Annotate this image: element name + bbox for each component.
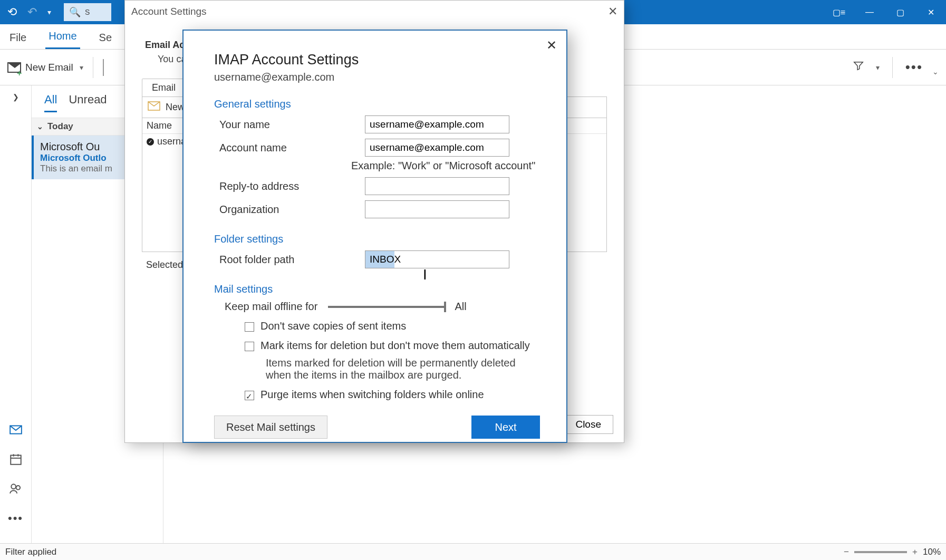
slider-thumb[interactable] (444, 302, 446, 312)
mail-glyph-icon (148, 101, 160, 113)
root-folder-label: Root folder path (214, 254, 365, 266)
calendar-icon[interactable] (9, 452, 23, 469)
reply-to-input[interactable] (365, 177, 509, 195)
tab-file[interactable]: File (6, 26, 30, 49)
filter-all[interactable]: All (44, 93, 57, 112)
reset-mail-button[interactable]: Reset Mail settings (214, 416, 327, 439)
zoom-out-icon[interactable]: − (844, 547, 849, 557)
account-name-input[interactable] (365, 139, 509, 157)
search-box[interactable]: 🔍 S (64, 3, 111, 21)
close-icon[interactable]: ✕ (546, 38, 557, 53)
search-cut-text: S (85, 8, 90, 16)
zoom-in-icon[interactable]: + (912, 547, 918, 557)
offline-slider-value: All (455, 301, 466, 313)
organization-input[interactable] (365, 200, 509, 218)
section-general: General settings (214, 98, 540, 110)
tab-send-receive-cut[interactable]: Se (96, 26, 115, 49)
your-name-input[interactable] (365, 115, 509, 133)
envelope-icon: + (7, 62, 21, 73)
filter-unread[interactable]: Unread (69, 93, 107, 112)
mark-deletion-note: Items marked for deletion will be perman… (260, 357, 540, 381)
tab-email[interactable]: Email (142, 79, 186, 96)
undo-icon: ↶ (24, 2, 40, 22)
new-email-label: New Email (25, 62, 73, 73)
root-folder-input[interactable] (365, 250, 509, 268)
plus-icon: + (17, 69, 23, 75)
window-maximize-icon[interactable]: ▢ (885, 0, 915, 24)
more-apps-icon[interactable]: ••• (8, 511, 23, 525)
ribbon-cut-stub (103, 59, 110, 76)
new-email-button[interactable]: + New Email ▾ (7, 62, 83, 73)
ribbon-display-icon[interactable]: ▢≡ (824, 0, 854, 24)
chevron-down-icon: ⌄ (37, 122, 43, 131)
imap-settings-dialog: ✕ IMAP Account Settings username@example… (182, 30, 567, 443)
svg-rect-1 (11, 455, 21, 464)
checkbox-dont-save-label: Don't save copies of sent items (260, 320, 406, 332)
checkbox-mark-deletion[interactable] (245, 342, 254, 351)
account-name-label: Account name (214, 142, 365, 154)
account-name-hint: Example: "Work" or "Microsoft account" (351, 160, 540, 172)
default-check-icon: ✓ (147, 138, 154, 146)
collapse-ribbon-icon[interactable]: ⌄ (932, 67, 939, 76)
status-bar: Filter applied − + 10% (0, 543, 946, 560)
next-button[interactable]: Next (471, 416, 540, 439)
filter-icon[interactable] (853, 60, 864, 74)
zoom-label: 10% (923, 547, 941, 557)
more-icon[interactable]: ••• (905, 59, 923, 75)
sync-icon[interactable]: ⟲ (4, 2, 20, 22)
window-close-icon[interactable]: ✕ (915, 0, 946, 24)
checkbox-mark-deletion-label: Mark items for deletion but don't move t… (260, 340, 540, 352)
imap-email: username@example.com (214, 71, 540, 83)
window-minimize-icon[interactable]: — (854, 0, 885, 24)
account-settings-title: Account Settings (131, 6, 207, 17)
your-name-label: Your name (214, 119, 365, 131)
filter-dropdown-icon[interactable]: ▾ (876, 63, 880, 72)
zoom-slider[interactable] (854, 551, 907, 553)
organization-label: Organization (214, 204, 365, 216)
offline-slider[interactable] (328, 306, 444, 308)
tab-home[interactable]: Home (45, 25, 80, 49)
status-filter-applied: Filter applied (5, 547, 56, 557)
svg-point-6 (16, 486, 20, 490)
expand-nav-icon[interactable]: ❯ (13, 93, 19, 101)
ribbon-divider (93, 57, 93, 78)
imap-title: IMAP Account Settings (214, 52, 540, 68)
close-button[interactable]: Close (563, 415, 613, 434)
keep-offline-label: Keep mail offline for (225, 301, 317, 313)
svg-point-5 (11, 484, 16, 489)
ribbon-divider (892, 57, 893, 78)
mail-icon[interactable] (9, 423, 23, 440)
checkbox-purge[interactable] (245, 391, 254, 400)
checkbox-dont-save[interactable] (245, 322, 254, 332)
section-mail: Mail settings (214, 283, 540, 295)
left-nav-rail: ❯ ••• (0, 85, 32, 543)
section-folder: Folder settings (214, 233, 540, 245)
close-icon[interactable]: ✕ (608, 5, 617, 18)
people-icon[interactable] (9, 482, 23, 499)
group-today-label: Today (47, 121, 73, 132)
qat-dropdown-icon[interactable]: ▾ (44, 5, 54, 20)
reply-to-label: Reply-to address (214, 180, 365, 192)
search-icon: 🔍 (69, 6, 81, 18)
dropdown-icon[interactable]: ▾ (80, 63, 83, 72)
checkbox-purge-label: Purge items when switching folders while… (260, 389, 484, 401)
